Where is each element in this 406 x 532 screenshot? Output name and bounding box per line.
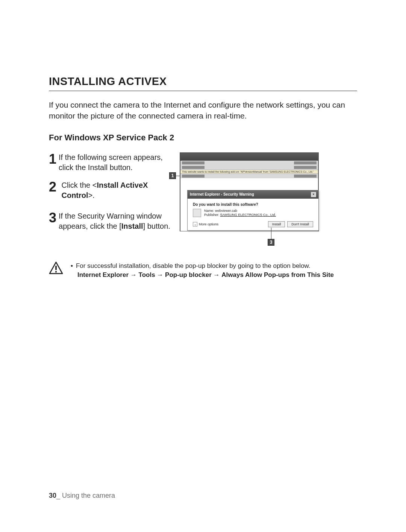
close-icon[interactable]: × bbox=[311, 192, 316, 197]
callout-marker-3: 3 bbox=[268, 239, 274, 246]
dialog-text: Name: webviewer.cab Publisher: SAMSUNG E… bbox=[204, 209, 276, 217]
arrow-icon: → bbox=[214, 271, 220, 278]
step-number: 3 bbox=[49, 211, 56, 225]
callout-marker-1: 1 bbox=[169, 172, 176, 179]
install-button[interactable]: Install bbox=[268, 221, 285, 227]
name-value: webviewer.cab bbox=[215, 209, 237, 213]
svg-rect-1 bbox=[55, 266, 57, 270]
bullet-dot: • bbox=[71, 261, 73, 271]
path-part: Tools bbox=[139, 271, 155, 278]
footer-section: Using the camera bbox=[62, 492, 115, 499]
path-part: Internet Explorer bbox=[77, 271, 129, 278]
activex-infobar[interactable]: This website wants to install the follow… bbox=[180, 170, 318, 174]
browser-toolbar bbox=[180, 161, 318, 165]
svg-rect-2 bbox=[55, 271, 57, 272]
page-title: INSTALLING ACTIVEX bbox=[49, 75, 357, 88]
step-text-pre: Click the < bbox=[61, 181, 97, 189]
step-1: 1 If the following screen appears, click… bbox=[49, 152, 173, 173]
dialog-question: Do you want to install this software? bbox=[193, 202, 313, 207]
subheading: For Windows XP Service Pack 2 bbox=[49, 133, 357, 143]
page-number: 30 bbox=[49, 492, 56, 499]
more-options-toggle[interactable]: ⌄ More options bbox=[193, 222, 218, 226]
software-icon bbox=[193, 209, 201, 217]
callout-line bbox=[271, 228, 271, 239]
title-rule bbox=[49, 91, 357, 91]
dont-install-button[interactable]: Don't Install bbox=[287, 221, 313, 227]
intro-paragraph: If you connect the camera to the Interne… bbox=[49, 99, 357, 122]
arrow-icon: → bbox=[130, 271, 137, 278]
step-text: Click the <Install ActiveX Control>. bbox=[61, 180, 173, 201]
security-warning-dialog: Internet Explorer - Security Warning × D… bbox=[187, 190, 319, 231]
more-options-label: More options bbox=[199, 222, 218, 226]
step-text: If the Security Warning window appears, … bbox=[59, 211, 173, 231]
dialog-info: Name: webviewer.cab Publisher: SAMSUNG E… bbox=[193, 209, 313, 217]
steps-list: 1 If the following screen appears, click… bbox=[49, 152, 173, 239]
step-2: 2 Click the <Install ActiveX Control>. bbox=[49, 180, 173, 201]
publisher-link[interactable]: SAMSUNG ELECTRONICS Co., Ltd. bbox=[220, 213, 276, 217]
step-text: If the following screen appears, click t… bbox=[59, 152, 173, 173]
step-number: 1 bbox=[49, 152, 56, 166]
step-text-post: >. bbox=[88, 191, 95, 199]
path-part: Always Allow Pop-ups from This Site bbox=[221, 271, 334, 278]
dialog-actions-row: ⌄ More options Install Don't Install bbox=[193, 221, 313, 227]
menu-path: Internet Explorer → Tools → Pop-up block… bbox=[71, 271, 334, 280]
chevron-down-icon: ⌄ bbox=[193, 222, 197, 226]
publisher-label: Publisher: bbox=[204, 213, 219, 217]
page-footer: 30_ Using the camera bbox=[49, 492, 115, 500]
name-label: Name: bbox=[204, 209, 214, 213]
browser-tabbar bbox=[180, 174, 318, 178]
arrow-icon: → bbox=[157, 271, 163, 278]
step-3: 3 If the Security Warning window appears… bbox=[49, 211, 173, 231]
note-row: • For successful installation, disable t… bbox=[49, 261, 357, 280]
note-body: • For successful installation, disable t… bbox=[71, 261, 334, 280]
browser-addressbar bbox=[180, 165, 318, 170]
warning-icon bbox=[49, 261, 63, 274]
dialog-body: Do you want to install this software? Na… bbox=[188, 199, 318, 230]
step-text-bold: Install bbox=[121, 222, 143, 230]
dialog-buttons: Install Don't Install bbox=[268, 221, 313, 227]
content-row: 1 If the following screen appears, click… bbox=[49, 152, 357, 239]
screenshot-area: 1 This website wants to install the foll… bbox=[180, 152, 330, 231]
step-text-post: ] button. bbox=[143, 222, 170, 230]
dialog-title-text: Internet Explorer - Security Warning bbox=[190, 192, 254, 196]
note-text: For successful installation, disable the… bbox=[76, 261, 311, 271]
dialog-titlebar: Internet Explorer - Security Warning × bbox=[188, 190, 318, 199]
footer-separator: _ bbox=[56, 492, 62, 499]
step-number: 2 bbox=[49, 180, 59, 194]
note-bullet: • For successful installation, disable t… bbox=[71, 261, 334, 271]
browser-titlebar bbox=[180, 153, 318, 161]
path-part: Pop-up blocker bbox=[165, 271, 212, 278]
